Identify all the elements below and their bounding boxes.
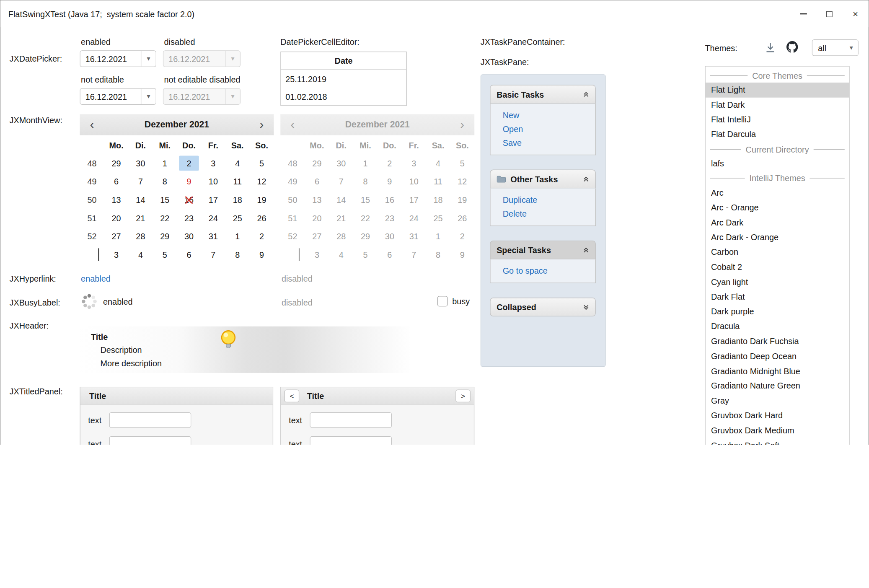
calendar-day[interactable]: 14: [128, 191, 153, 209]
calendar-day[interactable]: 17: [201, 191, 225, 209]
calendar-day[interactable]: 4: [128, 246, 153, 264]
calendar-day[interactable]: 1: [225, 227, 250, 246]
theme-list-item[interactable]: Flat Dark: [706, 97, 849, 112]
busy-checkbox[interactable]: busy: [437, 296, 470, 306]
theme-list-item[interactable]: Gradianto Deep Ocean: [706, 349, 849, 364]
prev-button[interactable]: <: [284, 389, 300, 402]
hyperlink-enabled[interactable]: enabled: [81, 274, 111, 283]
calendar-day[interactable]: 25: [225, 209, 250, 228]
taskpane-header[interactable]: Special Tasks: [490, 241, 596, 259]
calendar-day[interactable]: 20: [104, 209, 129, 228]
next-month-button[interactable]: ›: [249, 119, 274, 131]
prev-month-button[interactable]: ‹: [80, 119, 104, 131]
close-window-button[interactable]: ×: [843, 0, 869, 27]
taskpane-link[interactable]: New: [503, 110, 595, 119]
collapse-icon[interactable]: [582, 246, 590, 254]
theme-list-item[interactable]: Cobalt 2: [706, 260, 849, 275]
theme-list-item[interactable]: Gradianto Nature Green: [706, 379, 849, 394]
theme-list-item[interactable]: Dark purple: [706, 304, 849, 319]
calendar-day[interactable]: 3: [104, 246, 129, 264]
theme-list-item[interactable]: Gruvbox Dark Medium: [706, 423, 849, 438]
calendar-day[interactable]: 7: [128, 172, 153, 191]
calendar-day[interactable]: 31: [201, 227, 225, 246]
calendar-day[interactable]: 29: [153, 227, 177, 246]
calendar-day[interactable]: 7: [201, 246, 225, 264]
datepicker-not-editable[interactable]: 16.12.2021 ▾: [80, 88, 156, 105]
datepicker-value[interactable]: 16.12.2021: [80, 51, 141, 67]
theme-list-item[interactable]: lafs: [706, 156, 849, 171]
datepicker-enabled[interactable]: 16.12.2021 ▾: [80, 50, 156, 67]
collapse-icon[interactable]: [582, 91, 590, 98]
calendar-day[interactable]: 1: [153, 154, 177, 173]
calendar-day[interactable]: 27: [104, 227, 129, 246]
calendar-day[interactable]: 30: [177, 227, 201, 246]
theme-list-item[interactable]: Gruvbox Dark Hard: [706, 408, 849, 423]
calendar-day[interactable]: 15: [153, 191, 177, 209]
taskpane-header[interactable]: Basic Tasks: [490, 85, 596, 104]
taskpane-link[interactable]: Open: [503, 124, 595, 133]
calendar-day[interactable]: 21: [128, 209, 153, 228]
theme-list-item[interactable]: Cyan light: [706, 275, 849, 290]
calendar-day[interactable]: 9: [177, 172, 201, 191]
calendar-day[interactable]: 4: [225, 154, 250, 173]
theme-list-item[interactable]: Gradianto Midnight Blue: [706, 364, 849, 378]
theme-list-item[interactable]: Arc Dark - Orange: [706, 230, 849, 245]
text-input[interactable]: [109, 436, 191, 445]
calendar-day[interactable]: 9: [250, 246, 274, 264]
calendar-day[interactable]: 22: [153, 209, 177, 228]
calendar-day[interactable]: 24: [201, 209, 225, 228]
taskpane-header[interactable]: Other Tasks: [490, 170, 596, 189]
calendar-day[interactable]: 2: [250, 227, 274, 246]
datepicker-value[interactable]: 16.12.2021: [80, 89, 141, 104]
collapse-icon[interactable]: [582, 176, 590, 183]
theme-list-item[interactable]: Arc Dark: [706, 215, 849, 230]
calendar-day[interactable]: 5: [250, 154, 274, 173]
github-icon[interactable]: [785, 40, 799, 54]
calendar-day[interactable]: 10: [201, 172, 225, 191]
calendar-day[interactable]: 8: [225, 246, 250, 264]
table-row[interactable]: 25.11.2019: [281, 70, 406, 88]
calendar-day[interactable]: 30: [128, 154, 153, 173]
calendar-day[interactable]: 2: [177, 154, 201, 173]
calendar-day[interactable]: 8: [153, 172, 177, 191]
calendar-day[interactable]: 29: [104, 154, 129, 173]
theme-list-item[interactable]: Gradianto Dark Fuchsia: [706, 334, 849, 349]
calendar-day[interactable]: 16: [177, 191, 201, 209]
theme-list-item[interactable]: Arc: [706, 186, 849, 200]
taskpane-header[interactable]: Collapsed: [490, 298, 596, 316]
theme-list-item[interactable]: Flat IntelliJ: [706, 112, 849, 127]
calendar-day[interactable]: 18: [225, 191, 250, 209]
calendar-day[interactable]: 5: [153, 246, 177, 264]
calendar-day[interactable]: 13: [104, 191, 129, 209]
calendar-day[interactable]: 11: [225, 172, 250, 191]
taskpane-link[interactable]: Delete: [503, 209, 595, 218]
theme-list-item[interactable]: Gray: [706, 394, 849, 408]
expand-icon[interactable]: [582, 303, 590, 311]
datepicker-dropdown-button[interactable]: ▾: [141, 89, 156, 104]
theme-list-item[interactable]: Carbon: [706, 245, 849, 260]
calendar-day[interactable]: 26: [250, 209, 274, 228]
calendar-day[interactable]: 12: [250, 172, 274, 191]
date-table-header[interactable]: Date: [281, 52, 406, 70]
themes-filter-combobox[interactable]: all ▾: [812, 39, 859, 56]
calendar-day[interactable]: 28: [128, 227, 153, 246]
theme-list-item[interactable]: Dark Flat: [706, 290, 849, 304]
calendar-day[interactable]: 23: [177, 209, 201, 228]
download-icon[interactable]: [764, 41, 776, 54]
calendar-day[interactable]: 6: [104, 172, 129, 191]
theme-list-item[interactable]: Flat Light: [706, 83, 849, 97]
maximize-button[interactable]: [816, 0, 842, 27]
taskpane-link[interactable]: Save: [503, 138, 595, 147]
table-row[interactable]: 01.02.2018: [281, 88, 406, 105]
text-input[interactable]: [109, 412, 191, 428]
text-input[interactable]: [310, 436, 392, 445]
calendar-day[interactable]: 19: [250, 191, 274, 209]
theme-list-item[interactable]: Gruvbox Dark Soft: [706, 438, 849, 445]
theme-list-item[interactable]: Flat Darcula: [706, 127, 849, 142]
theme-list-item[interactable]: Arc - Orange: [706, 200, 849, 215]
datepicker-dropdown-button[interactable]: ▾: [141, 51, 156, 67]
calendar-day[interactable]: 3: [201, 154, 225, 173]
taskpane-link[interactable]: Duplicate: [503, 195, 595, 204]
minimize-button[interactable]: [790, 0, 816, 27]
theme-list-item[interactable]: Dracula: [706, 319, 849, 334]
